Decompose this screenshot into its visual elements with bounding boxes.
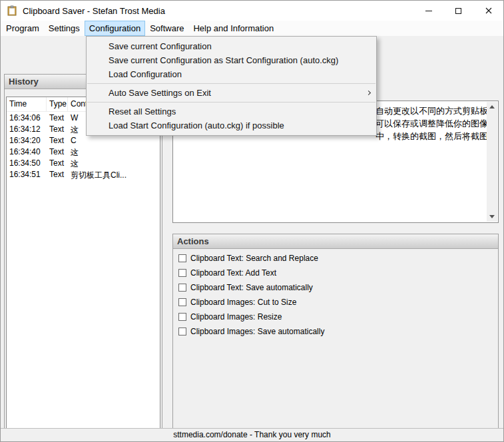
cell-time: 16:34:51 (7, 168, 47, 180)
action-resize-checkbox[interactable]: Clipboard Images: Resize (178, 310, 493, 324)
cell-type: Text (47, 123, 68, 134)
menuitem-save-current-configuration[interactable]: Save current Configuration (87, 39, 376, 53)
menuitem-save-as-start-configuration[interactable]: Save current Configuration as Start Conf… (87, 53, 376, 67)
checkbox-label: Clipboard Images: Cut to Size (190, 298, 296, 307)
preview-line: 中，转换的截图，然后将截图保 (376, 130, 497, 142)
column-header-type[interactable]: Type (47, 97, 68, 111)
vertical-scrollbar[interactable] (487, 102, 497, 222)
minimize-button[interactable] (413, 1, 443, 21)
cell-content: C (68, 134, 160, 146)
actions-panel-title: Actions (173, 234, 498, 249)
maximize-icon (455, 8, 461, 14)
menu-settings[interactable]: Settings (44, 21, 85, 36)
cell-content: 这 (68, 146, 160, 157)
menu-program[interactable]: Program (1, 21, 44, 36)
cell-type: Text (47, 168, 68, 180)
cell-content: 这 (68, 157, 160, 168)
menu-configuration[interactable]: Configuration (85, 21, 145, 36)
minimize-icon (425, 11, 432, 11)
window-title: Clipboard Saver - Stefan Trost Media (23, 6, 165, 16)
menuitem-load-start-configuration[interactable]: Load Start Configuration (auto.ckg) if p… (87, 118, 376, 132)
titlebar: Clipboard Saver - Stefan Trost Media (1, 1, 503, 21)
cell-time: 16:34:06 (7, 112, 47, 123)
cell-type: Text (47, 112, 68, 123)
menuitem-load-configuration[interactable]: Load Configuration (87, 67, 376, 81)
checkbox-label: Clipboard Text: Search and Replace (190, 254, 318, 263)
menu-help[interactable]: Help and Information (188, 21, 278, 36)
cell-time: 16:34:50 (7, 157, 47, 168)
checkbox-icon (178, 313, 186, 321)
scroll-down-button[interactable] (487, 212, 497, 222)
menuitem-label: Auto Save Settings on Exit (109, 88, 211, 98)
menuitem-reset-all-settings[interactable]: Reset all Settings (87, 105, 376, 118)
checkbox-icon (178, 284, 186, 292)
cell-time: 16:34:20 (7, 134, 47, 146)
scroll-up-button[interactable] (487, 102, 497, 112)
checkbox-icon (178, 254, 186, 262)
column-header-time[interactable]: Time (7, 97, 47, 111)
table-row[interactable]: 16:34:40 Text 这 (7, 146, 160, 157)
close-button[interactable] (473, 1, 503, 21)
cell-type: Text (47, 157, 68, 168)
clipboard-preview-text: 自动更改以不同的方式剪贴板 可以保存或调整降低你的图像 中，转换的截图，然后将截… (376, 105, 497, 142)
cell-content: 剪切板工具Cli... (68, 168, 160, 180)
menu-separator (87, 102, 376, 103)
actions-list: Clipboard Text: Search and Replace Clipb… (178, 251, 493, 339)
preview-line: 自动更改以不同的方式剪贴板 (376, 105, 497, 117)
checkbox-label: Clipboard Images: Resize (190, 312, 282, 322)
history-table: Time Type Content 16:34:06 Text W 16:34:… (6, 97, 160, 436)
table-row[interactable]: 16:34:50 Text 这 (7, 157, 160, 168)
submenu-arrow-icon (366, 91, 371, 95)
action-save-images-checkbox[interactable]: Clipboard Images: Save automatically (178, 324, 493, 339)
checkbox-icon (178, 328, 186, 335)
app-window: Clipboard Saver - Stefan Trost Media Pro… (0, 0, 504, 442)
checkbox-icon (178, 298, 186, 306)
actions-panel: Actions Clipboard Text: Search and Repla… (172, 234, 499, 442)
cell-time: 16:34:40 (7, 146, 47, 157)
checkbox-label: Clipboard Text: Save automatically (190, 283, 313, 292)
configuration-dropdown-menu: Save current Configuration Save current … (86, 36, 377, 136)
menu-separator (87, 83, 376, 84)
cell-type: Text (47, 146, 68, 157)
cell-type: Text (47, 134, 68, 146)
checkbox-label: Clipboard Text: Add Text (190, 268, 276, 278)
close-icon (485, 7, 492, 14)
menuitem-auto-save-settings-on-exit[interactable]: Auto Save Settings on Exit (87, 86, 376, 100)
statusbar-text: sttmedia.com/donate - Thank you very muc… (173, 430, 331, 439)
table-row[interactable]: 16:34:20 Text C (7, 134, 160, 146)
action-search-replace-checkbox[interactable]: Clipboard Text: Search and Replace (178, 251, 493, 266)
table-row[interactable]: 16:34:51 Text 剪切板工具Cli... (7, 168, 160, 180)
checkbox-label: Clipboard Images: Save automatically (190, 327, 324, 336)
window-controls (413, 1, 503, 21)
scroll-up-icon (489, 105, 495, 109)
checkbox-icon (178, 269, 186, 277)
app-icon[interactable] (7, 5, 17, 16)
scroll-down-icon (489, 215, 495, 218)
cell-time: 16:34:12 (7, 123, 47, 134)
preview-line: 可以保存或调整降低你的图像 (376, 117, 497, 130)
menubar: Program Settings Configuration Software … (1, 21, 503, 36)
statusbar: sttmedia.com/donate - Thank you very muc… (1, 428, 503, 441)
action-save-text-checkbox[interactable]: Clipboard Text: Save automatically (178, 280, 493, 295)
menu-software[interactable]: Software (145, 21, 188, 36)
action-add-text-checkbox[interactable]: Clipboard Text: Add Text (178, 266, 493, 280)
maximize-button[interactable] (443, 1, 473, 21)
action-cut-to-size-checkbox[interactable]: Clipboard Images: Cut to Size (178, 295, 493, 310)
